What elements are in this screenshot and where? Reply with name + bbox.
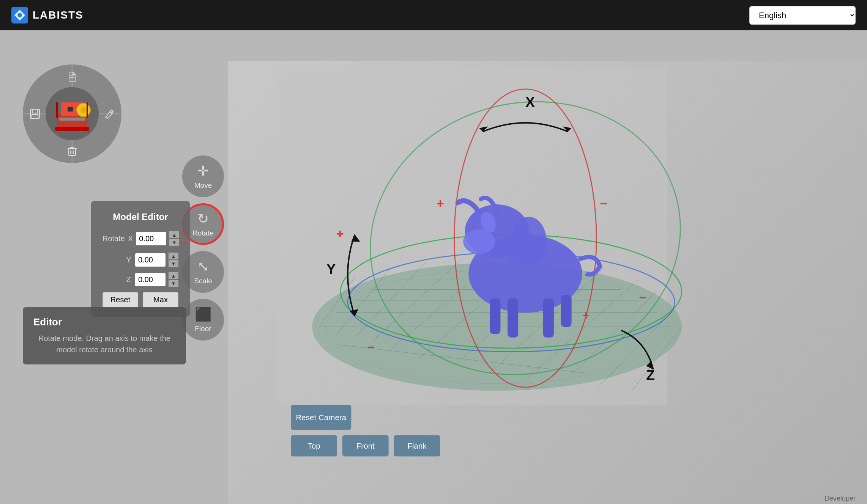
- logo-icon: [11, 7, 28, 24]
- x-plus-btn[interactable]: +: [182, 230, 187, 238]
- x-plus-minus: + −: [182, 230, 187, 247]
- scale-icon: ⤡: [197, 259, 209, 275]
- max-button[interactable]: Max: [143, 292, 178, 308]
- floor-label: Floor: [195, 325, 211, 333]
- flank-view-text: Flank: [407, 441, 427, 450]
- logo-text: LABISTS: [33, 9, 84, 21]
- viewport-svg: X Y Z + − + − + −: [228, 61, 867, 504]
- circle-outer: [23, 64, 121, 163]
- svg-point-59: [463, 229, 495, 254]
- y-down-btn[interactable]: ▼: [169, 260, 178, 267]
- svg-point-14: [80, 107, 87, 113]
- rotate-x-row: Rotate X ▲ ▼ + −: [102, 230, 178, 247]
- top-view-text: Top: [307, 441, 320, 450]
- x-axis-label: X: [128, 234, 133, 243]
- sector-delete[interactable]: [65, 144, 79, 158]
- reset-camera-text: Reset Camera: [296, 413, 346, 422]
- editor-info-title: Editor: [33, 316, 175, 328]
- svg-rect-4: [69, 149, 76, 155]
- svg-rect-16: [68, 107, 73, 111]
- svg-rect-64: [561, 295, 572, 327]
- y-axis-viewport-label: Y: [326, 261, 336, 277]
- z-down-btn[interactable]: ▼: [169, 280, 178, 287]
- x-axis-viewport-label: X: [525, 94, 535, 110]
- editor-info-box: Editor Rotate mode. Drag an axis to make…: [23, 307, 186, 364]
- sector-save[interactable]: [28, 107, 42, 121]
- svg-text:+: +: [336, 227, 344, 241]
- developer-text: Developer: [824, 495, 856, 502]
- y-up-btn[interactable]: ▲: [169, 253, 178, 259]
- svg-text:+: +: [437, 196, 444, 210]
- rotate-label-text: Rotate: [102, 234, 125, 243]
- rotate-y-row: Y ▲ ▼: [102, 253, 178, 267]
- floor-icon: ⬛: [195, 306, 212, 322]
- svg-rect-61: [490, 298, 500, 334]
- x-down-btn[interactable]: ▼: [169, 239, 179, 246]
- circle-inner-printer[interactable]: [46, 87, 99, 140]
- svg-point-1: [17, 13, 22, 17]
- z-value-input[interactable]: [135, 273, 166, 286]
- x-value-input[interactable]: [136, 232, 166, 245]
- x-spinner: ▲ ▼: [169, 231, 179, 246]
- model-editor-panel: Model Editor Rotate X ▲ ▼ + − Y ▲ ▼: [91, 201, 190, 317]
- svg-rect-19: [55, 127, 89, 131]
- scale-label: Scale: [194, 277, 212, 285]
- x-up-btn[interactable]: ▲: [169, 231, 179, 238]
- rotate-icon: ↻: [197, 211, 209, 227]
- svg-text:−: −: [600, 196, 608, 210]
- y-axis-label: Y: [126, 256, 132, 264]
- 3d-viewport[interactable]: X Y Z + − + − + −: [228, 61, 867, 504]
- camera-controls: Reset Camera Top Front Flank: [291, 405, 440, 457]
- svg-rect-15: [59, 118, 85, 121]
- svg-rect-9: [32, 109, 38, 113]
- reset-button[interactable]: Reset: [102, 292, 138, 308]
- move-button[interactable]: ✛ Move: [182, 155, 224, 197]
- svg-rect-63: [543, 298, 554, 338]
- editor-info-description: Rotate mode. Drag an axis to make the mo…: [33, 333, 175, 355]
- svg-point-60: [511, 217, 547, 267]
- language-select[interactable]: English 中文 Deutsch Français Español: [749, 6, 856, 25]
- svg-text:−: −: [367, 340, 375, 354]
- x-minus-btn[interactable]: −: [182, 239, 187, 247]
- z-spinner: ▲ ▼: [169, 272, 178, 287]
- svg-text:+: +: [582, 308, 590, 322]
- sector-file[interactable]: [65, 70, 79, 83]
- header: LABISTS English 中文 Deutsch Français Espa…: [0, 0, 867, 30]
- svg-text:−: −: [639, 290, 646, 305]
- z-axis-label: Z: [126, 275, 132, 284]
- rotate-label: Rotate: [192, 229, 214, 237]
- svg-rect-62: [508, 298, 518, 338]
- logo-area: LABISTS: [11, 7, 84, 24]
- rotate-z-row: Z ▲ ▼: [102, 272, 178, 287]
- main-area: ✛ Move ↻ Rotate ⤡ Scale ⬛ Floor Model Ed…: [0, 30, 867, 504]
- y-value-input[interactable]: [135, 253, 166, 267]
- circular-menu: [23, 64, 121, 163]
- move-label: Move: [194, 181, 212, 190]
- model-editor-title: Model Editor: [102, 212, 178, 222]
- z-up-btn[interactable]: ▲: [169, 272, 178, 279]
- y-spinner: ▲ ▼: [169, 253, 178, 267]
- z-axis-viewport-label: Z: [646, 367, 655, 383]
- sector-edit[interactable]: [102, 107, 116, 121]
- editor-actions: Reset Max: [102, 292, 178, 308]
- front-view-text: Front: [356, 441, 375, 450]
- move-icon: ✛: [197, 163, 209, 179]
- svg-rect-10: [32, 115, 38, 118]
